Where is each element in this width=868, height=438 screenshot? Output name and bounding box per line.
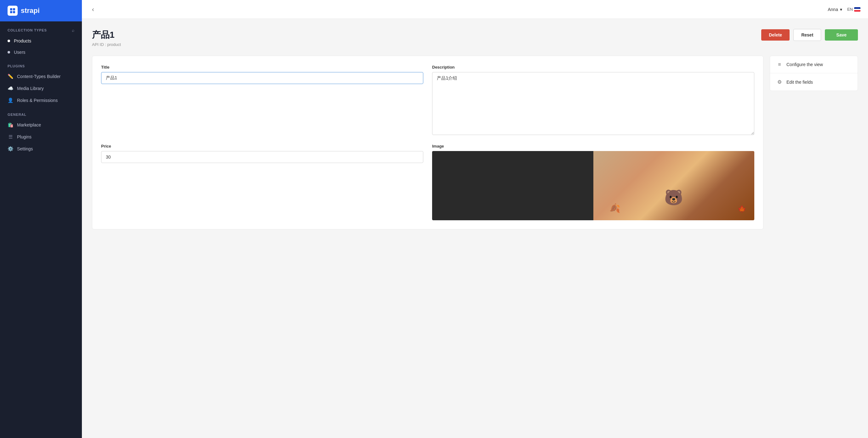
right-panel: ≡ Configure the view ⚙ Edit the fields — [770, 56, 858, 91]
description-field: Description — [432, 65, 754, 135]
sidebar-item-ml-label: Media Library — [17, 86, 44, 91]
leaves-left-icon: 🍂 — [610, 203, 620, 213]
sidebar-item-users-label: Users — [14, 50, 26, 55]
sidebar-item-ctb-label: Content-Types Builder — [17, 74, 61, 79]
sidebar-item-products[interactable]: Products — [0, 35, 82, 46]
back-button[interactable]: ‹ — [89, 4, 97, 14]
form-card: Title Description Price Image — [92, 56, 764, 229]
teddy-bear-icon: 🐻 — [664, 189, 683, 206]
page-title-section: 产品1 API ID : product — [92, 29, 121, 47]
sidebar-item-users[interactable]: Users — [0, 46, 82, 58]
topbar: ‹ Anna ▾ EN — [82, 0, 868, 19]
topbar-right: Anna ▾ EN — [828, 7, 861, 12]
leaves-right-icon: 🍁 — [738, 205, 746, 213]
page-api-id: API ID : product — [92, 42, 121, 47]
reset-button[interactable]: Reset — [793, 29, 821, 41]
svg-rect-2 — [10, 11, 12, 13]
sidebar-item-plugins-label: Plugins — [17, 134, 31, 139]
sidebar-item-rp-label: Roles & Permissions — [17, 98, 58, 103]
collection-search-icon[interactable]: ⌕ — [72, 28, 74, 33]
svg-rect-3 — [13, 11, 15, 13]
edit-fields-icon: ⚙ — [776, 79, 783, 85]
page-actions: Delete Reset Save — [761, 29, 858, 41]
user-menu[interactable]: Anna ▾ — [828, 7, 842, 12]
svg-rect-1 — [13, 8, 15, 10]
person-icon: 👤 — [7, 98, 13, 103]
sidebar-item-settings-label: Settings — [17, 146, 33, 151]
general-label: GENERAL — [0, 106, 82, 119]
gear-icon: ⚙️ — [7, 146, 13, 151]
page-title: 产品1 — [92, 29, 121, 41]
image-photo-half: 🐻 🍂 🍁 — [593, 151, 755, 220]
edit-fields-item[interactable]: ⚙ Edit the fields — [770, 73, 858, 91]
plugins-label: PLUGINS — [0, 58, 82, 70]
logo-text: strapi — [21, 7, 40, 15]
sidebar-item-settings[interactable]: ⚙️ Settings — [0, 143, 82, 155]
title-input[interactable] — [101, 72, 423, 84]
price-label: Price — [101, 144, 423, 148]
price-field: Price — [101, 144, 423, 163]
image-container: 🐻 🍂 🍁 — [432, 151, 754, 220]
sidebar: strapi COLLECTION TYPES ⌕ Products Users… — [0, 0, 82, 438]
configure-view-item[interactable]: ≡ Configure the view — [770, 56, 858, 73]
flag-icon — [854, 7, 861, 12]
sidebar-item-plugins[interactable]: ☰ Plugins — [0, 131, 82, 143]
svg-rect-0 — [10, 8, 12, 10]
sidebar-item-media-library[interactable]: ☁️ Media Library — [0, 82, 82, 94]
dropdown-icon: ▾ — [840, 7, 842, 12]
user-name: Anna — [828, 7, 838, 12]
content-layout: Title Description Price Image — [92, 56, 858, 229]
description-textarea[interactable] — [432, 72, 754, 135]
price-image-row: Price Image 🐻 🍂 🍁 — [101, 144, 754, 220]
pencil-icon: ✏️ — [7, 74, 13, 79]
image-label: Image — [432, 144, 754, 148]
collection-types-label: COLLECTION TYPES — [7, 28, 47, 32]
sidebar-item-content-types-builder[interactable]: ✏️ Content-Types Builder — [0, 70, 82, 82]
bag-icon: 🛍️ — [7, 122, 13, 128]
title-field: Title — [101, 65, 423, 135]
sidebar-item-roles-permissions[interactable]: 👤 Roles & Permissions — [0, 94, 82, 106]
list-icon: ☰ — [7, 134, 13, 140]
image-field: Image 🐻 🍂 🍁 — [432, 144, 754, 220]
save-button[interactable]: Save — [825, 29, 858, 41]
image-dark-half — [432, 151, 593, 220]
description-label: Description — [432, 65, 754, 70]
sidebar-item-marketplace[interactable]: 🛍️ Marketplace — [0, 119, 82, 131]
collection-types-header: COLLECTION TYPES ⌕ — [0, 22, 82, 35]
page-header: 产品1 API ID : product Delete Reset Save — [92, 29, 858, 47]
language-selector[interactable]: EN — [847, 7, 861, 12]
sidebar-item-marketplace-label: Marketplace — [17, 123, 41, 128]
delete-button[interactable]: Delete — [761, 29, 789, 41]
main-wrapper: ‹ Anna ▾ EN 产品1 API ID : product Delete … — [82, 0, 868, 438]
sidebar-item-products-label: Products — [14, 38, 31, 43]
dot-icon — [7, 51, 10, 54]
title-label: Title — [101, 65, 423, 70]
logo[interactable]: strapi — [0, 0, 82, 22]
content-area: 产品1 API ID : product Delete Reset Save T… — [82, 19, 868, 438]
edit-fields-label: Edit the fields — [786, 79, 813, 85]
logo-icon — [7, 6, 18, 16]
title-description-row: Title Description — [101, 65, 754, 135]
dot-icon — [7, 40, 10, 42]
configure-view-label: Configure the view — [786, 62, 823, 67]
cloud-icon: ☁️ — [7, 86, 13, 91]
configure-view-icon: ≡ — [776, 62, 783, 67]
topbar-left: ‹ — [89, 4, 97, 14]
price-input[interactable] — [101, 151, 423, 163]
lang-label: EN — [847, 7, 853, 12]
